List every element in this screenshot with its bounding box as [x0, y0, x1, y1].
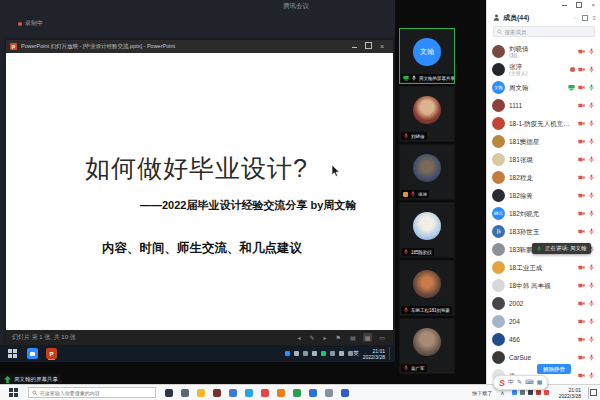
slideshow-tool-icon[interactable]: ▭ [377, 333, 387, 342]
slideshow-tool-icon[interactable]: ▦ [363, 333, 373, 342]
taskbar-app-icon[interactable] [165, 389, 173, 397]
ime-tool-icon[interactable]: ✎ [517, 378, 522, 387]
member-row[interactable]: 181窦德星 [487, 132, 600, 150]
participant-name: 张淬 [418, 192, 427, 197]
video-tile[interactable]: 张淬 [399, 144, 455, 200]
member-row[interactable]: 2002 [487, 294, 600, 312]
start-button-icon[interactable] [9, 388, 18, 397]
sogou-ime-toolbar[interactable]: S 中✎⌨▦ [493, 375, 548, 390]
popout-icon[interactable] [582, 15, 588, 21]
taskbar-app-icon[interactable] [181, 389, 189, 397]
minimize-button[interactable] [347, 40, 361, 53]
member-row[interactable]: 466 [487, 330, 600, 348]
video-tile[interactable]: 车辆工程181刘智豪 [399, 260, 455, 316]
mic-muted-icon [588, 84, 595, 91]
member-row[interactable]: 1111 [487, 96, 600, 114]
ime-tool-icon[interactable]: ▦ [537, 378, 543, 387]
tray-icon[interactable] [520, 390, 525, 395]
taskbar-search-input[interactable] [40, 390, 152, 396]
member-row[interactable]: 文翰 周文翰 [487, 78, 600, 96]
mic-muted-icon [588, 120, 595, 127]
tray-icon[interactable] [330, 351, 335, 356]
member-row[interactable]: 孙 183孙世玉 [487, 222, 600, 240]
taskbar-app-icon[interactable] [245, 389, 253, 397]
mouse-cursor [331, 163, 341, 181]
slideshow-tool-icon[interactable]: ⚑ [334, 333, 343, 342]
powerpoint-titlebar[interactable]: P PowerPoint 幻灯片放映 - [毕业设计经验交流.pptx] - P… [6, 40, 393, 53]
tray-expand-icon[interactable]: ∧ [500, 389, 504, 396]
tencent-meeting-window: 腾讯会议 录制中 P PowerPoint 幻灯片放映 - [毕业设计经验交流.… [0, 0, 600, 400]
sogou-logo-icon[interactable]: S [499, 378, 505, 388]
unmute-button[interactable]: 解除静音 [537, 364, 571, 374]
member-search-box[interactable] [493, 26, 595, 37]
slideshow-tool-icon[interactable]: ▤ [348, 333, 358, 342]
member-row[interactable]: 182程龙 [487, 168, 600, 186]
slideshow-tool-icon[interactable]: ✎ [308, 333, 317, 342]
notification-center-icon[interactable] [588, 387, 597, 399]
taskbar-app-icon[interactable] [341, 389, 349, 397]
tray-icon[interactable] [528, 390, 533, 395]
video-tile[interactable]: 刘晓倩 [399, 86, 455, 142]
tray-icon[interactable] [512, 390, 517, 395]
powerpoint-taskbar-icon[interactable]: P [46, 348, 57, 359]
presenter-clock[interactable]: 21:01 2022/3/28 [363, 348, 385, 360]
member-row[interactable]: 204 [487, 312, 600, 330]
video-tile[interactable]: 185陈韵仪 [399, 202, 455, 258]
mic-muted-icon [588, 174, 595, 181]
maximize-button[interactable] [361, 40, 375, 53]
tray-icon[interactable] [303, 351, 308, 356]
members-icon [493, 14, 500, 21]
close-icon[interactable]: × [591, 2, 595, 8]
show-desktop-button[interactable] [389, 347, 393, 360]
tray-icon[interactable] [321, 351, 326, 356]
mic-muted-icon [588, 318, 595, 325]
member-row[interactable]: 18中韩 高丰福 [487, 276, 600, 294]
meeting-floating-bar[interactable]: 腾讯会议 [283, 2, 309, 11]
taskbar-app-icon[interactable] [229, 389, 237, 397]
more-icon[interactable]: ⋯ [572, 14, 578, 21]
slideshow-tool-icon[interactable]: ▸ [322, 333, 329, 342]
member-row[interactable]: 181张璐 [487, 150, 600, 168]
member-search-input[interactable] [505, 29, 591, 35]
taskbar-app-icon[interactable] [293, 389, 301, 397]
member-row[interactable]: 182徐菁 [487, 186, 600, 204]
slideshow-tool-icon[interactable]: ◂ [296, 333, 303, 342]
taskbar-app-icon[interactable] [261, 389, 269, 397]
taskbar-app-icon[interactable] [277, 389, 285, 397]
speaking-toast: 正在讲话: 周文翰 [532, 243, 591, 254]
ime-tool-icon[interactable]: 中 [508, 378, 514, 387]
mic-muted-icon [588, 282, 595, 289]
tray-icon[interactable] [312, 351, 317, 356]
video-tile[interactable]: 姜广军 [399, 318, 455, 374]
presenter-desktop: 腾讯会议 录制中 P PowerPoint 幻灯片放映 - [毕业设计经验交流.… [0, 0, 395, 362]
minimize-icon[interactable] [562, 5, 567, 6]
taskbar-app-icon[interactable] [309, 389, 317, 397]
member-row[interactable]: 刘晓倩 (我) [487, 42, 600, 60]
mic-muted-icon [588, 264, 595, 271]
clock[interactable]: 21:01 2022/3/28 [559, 387, 581, 399]
taskbar-app-icon[interactable] [197, 389, 205, 397]
member-row[interactable]: 18工业王成 [487, 258, 600, 276]
start-button-icon[interactable] [8, 349, 17, 358]
panel-layout-icon[interactable]: ≡ [592, 15, 596, 21]
tencent-meeting-taskbar-icon[interactable] [27, 348, 38, 359]
tray-icon[interactable] [536, 390, 541, 395]
member-row[interactable]: 张淬 (主持人) [487, 60, 600, 78]
video-tile[interactable]: 文翰 周文翰的屏幕共享 [399, 28, 455, 84]
tray-icon[interactable] [544, 390, 549, 395]
close-button[interactable]: × [375, 40, 389, 53]
member-row[interactable]: 18-1-防疫无人机竞赛群 [487, 114, 600, 132]
member-name: 周文翰 [509, 84, 564, 91]
taskbar-search-box[interactable] [28, 387, 156, 398]
tray-icon[interactable] [285, 351, 290, 356]
screen-share-banner: 周文翰的屏幕共享 [0, 374, 62, 384]
camera-off-icon [578, 102, 585, 109]
maximize-icon[interactable] [576, 2, 582, 8]
taskbar-app-icon[interactable] [325, 389, 333, 397]
ime-tool-icon[interactable]: ⌨ [525, 378, 534, 387]
tray-icon[interactable] [339, 351, 344, 356]
tray-icon[interactable] [294, 351, 299, 356]
taskbar-app-icon[interactable] [213, 389, 221, 397]
member-row[interactable]: 晓元 182刘晓元 [487, 204, 600, 222]
ime-language-indicator[interactable]: 英 [353, 350, 359, 357]
